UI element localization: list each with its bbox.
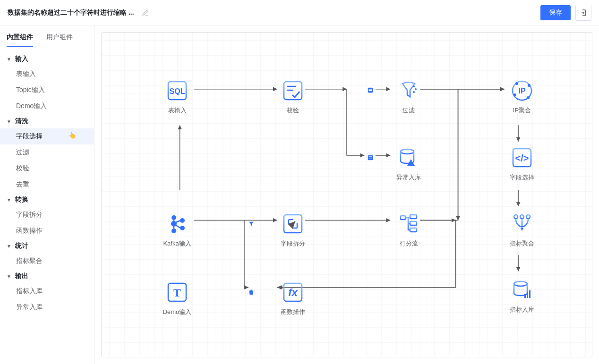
group-clean[interactable]: ▼清洗 xyxy=(0,114,94,128)
node-metric-store-icon[interactable] xyxy=(510,278,534,302)
svg-text:fx: fx xyxy=(288,287,298,298)
node-label: 指标入库 xyxy=(503,305,541,314)
node-label: 字段拆分 xyxy=(274,239,312,248)
tab-builtin[interactable]: 内置组件 xyxy=(7,31,33,47)
cursor-icon: 👆 xyxy=(68,132,76,139)
node-func-op-icon[interactable]: fx xyxy=(281,280,305,304)
sidebar-item-metric-store[interactable]: 指标入库 xyxy=(0,283,94,299)
node-label: Demo输入 xyxy=(158,308,196,316)
svg-point-37 xyxy=(413,85,415,87)
group-label: 转换 xyxy=(15,195,28,204)
node-label: 异常入库 xyxy=(390,173,428,182)
node-demo-input-icon[interactable]: T xyxy=(165,280,189,304)
svg-rect-45 xyxy=(410,228,417,232)
flow-canvas[interactable]: SQL 表输入 Kafka输入 T Demo输入 xyxy=(101,32,592,357)
sidebar-item-table-input[interactable]: 表输入 xyxy=(0,66,94,82)
svg-point-57 xyxy=(514,281,527,286)
page-title: 数据集的名称超过二十个字符时进行缩略 ... xyxy=(8,8,134,17)
svg-rect-42 xyxy=(401,216,405,220)
svg-point-39 xyxy=(413,91,415,93)
group-transform[interactable]: ▼转换 xyxy=(0,193,94,207)
svg-text:SQL: SQL xyxy=(170,87,185,95)
save-button[interactable]: 保存 xyxy=(540,5,571,20)
group-stats[interactable]: ▼统计 xyxy=(0,239,94,253)
svg-point-18 xyxy=(180,218,185,223)
node-metric-agg-icon[interactable] xyxy=(510,212,534,236)
svg-line-21 xyxy=(176,220,180,222)
svg-rect-30 xyxy=(369,158,372,158)
node-filter-icon[interactable] xyxy=(397,79,420,102)
svg-point-48 xyxy=(528,84,531,87)
node-label: IP聚合 xyxy=(503,106,541,115)
svg-rect-26 xyxy=(369,89,372,89)
node-row-split-icon[interactable] xyxy=(397,212,420,236)
svg-rect-59 xyxy=(527,292,528,298)
sidebar-item-dedup[interactable]: 去重 xyxy=(0,177,94,193)
svg-point-19 xyxy=(180,226,185,230)
sidebar-item-check[interactable]: 校验 xyxy=(0,161,94,177)
svg-point-56 xyxy=(526,215,530,219)
node-label: 校验 xyxy=(274,106,312,115)
svg-point-55 xyxy=(520,215,524,219)
sidebar: 内置组件 用户组件 ▼输入 表输入 Topic输入 Demo输入 ▼清洗 字段选… xyxy=(0,25,94,364)
svg-rect-44 xyxy=(410,221,417,225)
svg-rect-43 xyxy=(410,215,417,219)
node-label: 函数操作 xyxy=(274,308,312,316)
svg-point-49 xyxy=(513,93,516,96)
tab-user[interactable]: 用户组件 xyxy=(46,31,73,47)
node-label: 行分流 xyxy=(390,239,428,248)
sidebar-item-demo-input[interactable]: Demo输入 xyxy=(0,98,94,114)
svg-point-50 xyxy=(527,96,530,99)
group-output[interactable]: ▼输出 xyxy=(0,269,94,283)
svg-rect-58 xyxy=(524,294,526,298)
sidebar-item-filter[interactable]: 过滤 xyxy=(0,144,94,161)
node-kafka-input-icon[interactable] xyxy=(165,212,189,236)
svg-text:!: ! xyxy=(414,161,415,166)
edit-title-icon[interactable] xyxy=(142,9,149,17)
export-button[interactable] xyxy=(575,5,591,21)
svg-rect-27 xyxy=(369,90,372,91)
group-label: 输入 xyxy=(15,55,28,63)
delete-mini-icon[interactable] xyxy=(248,289,255,297)
doc-mini-icon[interactable] xyxy=(367,154,374,162)
svg-text:IP: IP xyxy=(518,87,525,95)
svg-point-38 xyxy=(415,88,417,90)
svg-point-47 xyxy=(515,82,518,85)
svg-text:</>: </> xyxy=(515,153,529,163)
sidebar-item-ex-store[interactable]: 异常入库 xyxy=(0,299,94,315)
group-label: 统计 xyxy=(15,242,28,250)
svg-point-40 xyxy=(401,149,414,154)
node-ip-agg-icon[interactable]: IP xyxy=(510,79,534,102)
node-field-select-icon[interactable]: </> xyxy=(510,146,534,169)
group-input[interactable]: ▼输入 xyxy=(0,52,94,66)
sidebar-item-field-select[interactable]: 字段选择👆 xyxy=(0,128,94,144)
doc-mini-icon[interactable] xyxy=(367,87,374,95)
svg-line-22 xyxy=(176,225,180,228)
node-label: Kafka输入 xyxy=(158,239,196,248)
node-label: 指标聚合 xyxy=(503,239,541,248)
sidebar-item-metric-agg[interactable]: 指标聚合 xyxy=(0,253,94,269)
filter-mini-icon[interactable] xyxy=(248,220,255,229)
node-label: 过滤 xyxy=(390,106,428,115)
group-label: 清洗 xyxy=(15,117,28,126)
group-label: 输出 xyxy=(15,272,28,280)
sidebar-item-func-op[interactable]: 函数操作 xyxy=(0,223,94,239)
node-check-icon[interactable] xyxy=(281,79,305,102)
node-ex-store-icon[interactable]: ! xyxy=(397,146,420,169)
node-table-input-icon[interactable]: SQL xyxy=(165,79,189,102)
node-label: 表输入 xyxy=(158,106,196,115)
svg-rect-29 xyxy=(369,156,372,157)
sidebar-item-topic-input[interactable]: Topic输入 xyxy=(0,82,94,98)
svg-rect-60 xyxy=(529,290,531,298)
node-field-split-icon[interactable] xyxy=(281,212,305,236)
svg-text:T: T xyxy=(173,287,181,299)
node-label: 字段选择 xyxy=(503,173,541,182)
svg-point-54 xyxy=(514,215,518,219)
sidebar-item-field-split[interactable]: 字段拆分 xyxy=(0,207,94,223)
